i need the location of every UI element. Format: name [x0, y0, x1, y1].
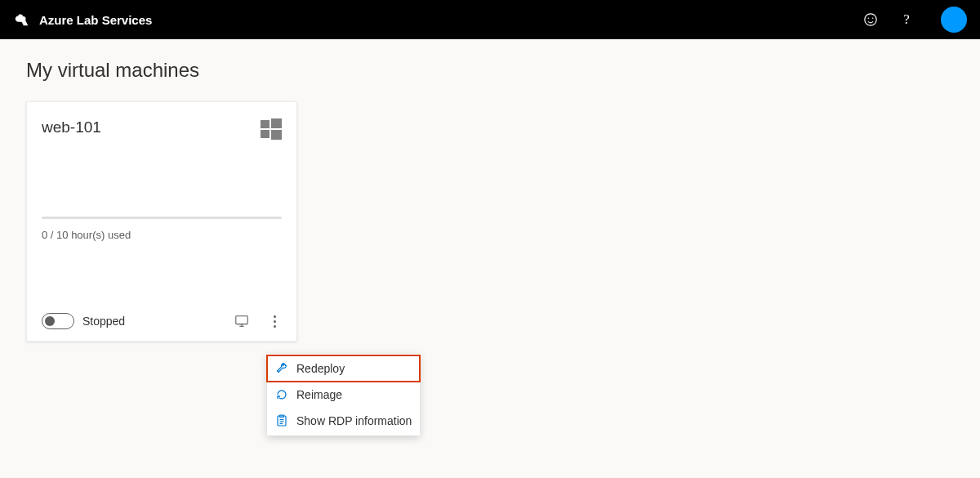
page-title: My virtual machines	[26, 59, 954, 82]
svg-point-1	[868, 17, 869, 18]
context-menu: Redeploy Reimage Show RDP information	[267, 354, 420, 436]
svg-point-2	[872, 17, 873, 18]
vm-card-header: web-101	[42, 118, 282, 140]
more-actions-button[interactable]	[267, 314, 282, 328]
menu-label: Redeploy	[296, 362, 345, 375]
usage-area: 0 / 10 hour(s) used	[42, 217, 282, 241]
toggle-knob	[45, 316, 55, 326]
brand: Azure Lab Services	[13, 12, 152, 27]
windows-icon	[261, 118, 282, 140]
main-content: My virtual machines web-101 0 / 10 hour(…	[0, 39, 980, 361]
menu-item-show-rdp[interactable]: Show RDP information	[267, 408, 420, 434]
usage-progress-bar	[42, 217, 282, 219]
usage-text: 0 / 10 hour(s) used	[42, 229, 282, 241]
svg-rect-6	[261, 130, 270, 138]
menu-label: Show RDP information	[296, 414, 412, 427]
menu-item-reimage[interactable]: Reimage	[267, 382, 420, 408]
svg-rect-7	[271, 130, 282, 140]
wrench-icon	[275, 362, 288, 375]
svg-point-0	[865, 14, 876, 25]
svg-rect-5	[271, 118, 282, 128]
user-avatar[interactable]	[941, 7, 967, 33]
svg-rect-8	[236, 316, 247, 324]
help-icon[interactable]: ?	[898, 11, 915, 28]
svg-text:?: ?	[903, 12, 909, 27]
menu-item-redeploy[interactable]: Redeploy	[267, 355, 420, 382]
feedback-icon[interactable]	[862, 11, 879, 28]
azure-labs-icon	[13, 12, 31, 27]
vm-name: web-101	[42, 118, 101, 136]
connect-monitor-icon[interactable]	[234, 314, 249, 328]
top-bar: Azure Lab Services ?	[0, 0, 980, 39]
vm-card-footer: Stopped	[42, 305, 282, 329]
vm-status: Stopped	[82, 315, 226, 328]
svg-rect-4	[261, 120, 270, 128]
reimage-icon	[275, 388, 288, 401]
power-toggle[interactable]	[42, 313, 74, 329]
brand-name: Azure Lab Services	[39, 13, 152, 27]
menu-label: Reimage	[296, 388, 342, 401]
vm-card-body: 0 / 10 hour(s) used	[42, 140, 282, 305]
vm-card: web-101 0 / 10 hour(s) used Stopped	[26, 101, 297, 342]
clipboard-icon	[275, 414, 288, 427]
topbar-actions: ?	[862, 7, 967, 33]
